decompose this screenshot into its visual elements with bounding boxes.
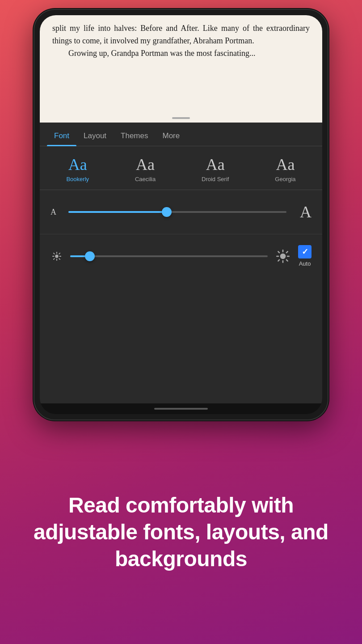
phone-device: split my life into halves: Before and Af… xyxy=(34,9,328,420)
font-label-caecilia: Caecilia xyxy=(135,176,156,182)
book-fade xyxy=(40,105,322,123)
font-size-section: A A xyxy=(40,190,322,234)
font-size-small-label: A xyxy=(51,208,61,217)
svg-line-15 xyxy=(286,259,288,261)
drag-handle[interactable] xyxy=(172,117,190,119)
font-option-droid-serif[interactable]: Aa Droid Serif xyxy=(202,155,229,182)
home-indicator xyxy=(40,403,322,414)
svg-line-14 xyxy=(278,251,279,253)
tagline-section: Read comfortably with adjustable fonts, … xyxy=(0,420,362,644)
svg-point-0 xyxy=(55,254,58,258)
phone-frame: split my life into halves: Before and Af… xyxy=(34,9,328,420)
tab-themes[interactable]: Themes xyxy=(114,126,155,146)
brightness-section: Auto xyxy=(40,234,322,278)
tab-bar: Font Layout Themes More xyxy=(40,126,322,146)
font-preview-bookerly: Aa xyxy=(68,155,87,174)
font-label-droid-serif: Droid Serif xyxy=(202,176,229,182)
auto-checkbox[interactable] xyxy=(298,245,311,258)
brightness-slider-thumb[interactable] xyxy=(85,251,95,261)
font-preview-caecilia: Aa xyxy=(136,155,155,174)
svg-line-16 xyxy=(286,251,288,253)
font-preview-georgia: Aa xyxy=(276,155,295,174)
svg-line-5 xyxy=(54,253,55,254)
font-options-row: Aa Bookerly Aa Caecilia Aa Droid Serif A… xyxy=(40,146,322,190)
home-bar xyxy=(154,408,208,410)
settings-panel: Font Layout Themes More Aa Bookerly Aa C… xyxy=(40,123,322,403)
tagline-text: Read comfortably with adjustable fonts, … xyxy=(22,492,340,572)
svg-line-8 xyxy=(54,258,55,259)
font-size-large-label: A xyxy=(294,203,311,221)
brightness-icon-low xyxy=(51,251,63,261)
svg-line-17 xyxy=(278,259,279,261)
brightness-slider[interactable] xyxy=(70,255,268,257)
font-preview-droid-serif: Aa xyxy=(206,155,225,174)
phone-screen: split my life into halves: Before and Af… xyxy=(40,15,322,414)
font-label-georgia: Georgia xyxy=(275,176,295,182)
auto-label: Auto xyxy=(299,260,311,267)
font-option-georgia[interactable]: Aa Georgia xyxy=(275,155,295,182)
tab-font[interactable]: Font xyxy=(47,126,76,146)
font-size-slider-fill xyxy=(68,211,167,213)
font-label-bookerly: Bookerly xyxy=(66,176,89,182)
tab-more[interactable]: More xyxy=(156,126,187,146)
svg-line-6 xyxy=(59,258,60,259)
book-content-area: split my life into halves: Before and Af… xyxy=(40,15,322,123)
book-text: split my life into halves: Before and Af… xyxy=(52,22,310,60)
tab-layout[interactable]: Layout xyxy=(76,126,114,146)
font-size-slider[interactable] xyxy=(68,211,286,213)
font-size-slider-thumb[interactable] xyxy=(162,207,172,217)
font-option-caecilia[interactable]: Aa Caecilia xyxy=(135,155,156,182)
font-option-bookerly[interactable]: Aa Bookerly xyxy=(66,155,89,182)
brightness-icon-high xyxy=(275,250,291,263)
auto-brightness-button[interactable]: Auto xyxy=(298,245,311,267)
svg-line-7 xyxy=(59,253,60,254)
svg-point-9 xyxy=(280,253,286,259)
